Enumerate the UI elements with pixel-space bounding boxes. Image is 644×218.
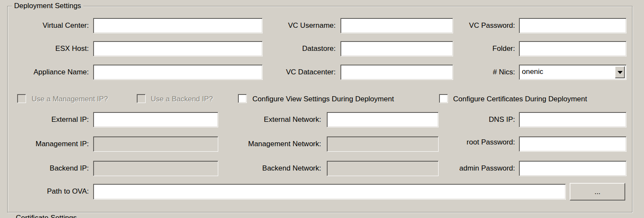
path-to-ova-input[interactable] [93, 184, 566, 200]
admin-password-label: admin Password: [427, 161, 515, 176]
root-password-input[interactable] [519, 136, 626, 152]
management-network-label: Management Network: [231, 136, 321, 152]
esx-host-input[interactable] [93, 41, 263, 56]
dns-ip-label: DNS IP: [427, 112, 515, 127]
vc-username-label: VC Username: [256, 18, 336, 33]
management-ip-label: Management IP: [13, 136, 89, 152]
management-ip-input [93, 136, 218, 152]
external-network-label: External Network: [231, 112, 321, 127]
path-to-ova-label: Path to OVA: [13, 184, 89, 199]
chevron-down-icon [618, 71, 623, 74]
backend-ip-input [93, 161, 218, 176]
appliance-name-label: Appliance Name: [13, 65, 89, 80]
root-password-label: root Password: [427, 135, 515, 150]
certificate-settings-title: Certificate Settings [14, 213, 79, 218]
datastore-label: Datastore: [256, 41, 336, 56]
appliance-name-input[interactable] [93, 65, 263, 80]
configure-view-settings-label: Configure View Settings During Deploymen… [252, 94, 394, 103]
backend-ip-label: Backend IP: [13, 161, 89, 176]
deployment-settings-groupbox [7, 6, 632, 212]
folder-label: Folder: [427, 41, 515, 56]
configure-certificates-checkbox[interactable] [439, 94, 448, 103]
deployment-settings-form: { "groupbox": { "title": "Deployment Set… [0, 0, 644, 218]
nics-dropdown[interactable]: onenic [519, 65, 626, 80]
nics-selected-value: onenic [522, 65, 543, 79]
backend-network-input [327, 161, 439, 176]
esx-host-label: ESX Host: [13, 41, 89, 56]
external-ip-input[interactable] [93, 112, 218, 127]
admin-password-input[interactable] [519, 161, 626, 176]
management-network-input [327, 136, 439, 152]
virtual-center-input[interactable] [93, 18, 263, 33]
nics-label: # Nics: [427, 65, 515, 80]
virtual-center-label: Virtual Center: [13, 18, 89, 33]
nics-dropdown-button[interactable] [615, 66, 625, 78]
backend-network-label: Backend Network: [231, 161, 321, 176]
dns-ip-input[interactable] [519, 112, 626, 127]
vc-password-input[interactable] [519, 18, 626, 33]
configure-certificates-label: Configure Certificates During Deployment [453, 94, 587, 103]
use-management-ip-checkbox [17, 94, 26, 103]
configure-view-settings-checkbox[interactable] [238, 94, 247, 103]
browse-ova-button[interactable]: ... [570, 183, 625, 200]
external-network-input[interactable] [327, 112, 439, 127]
external-ip-label: External IP: [13, 112, 89, 127]
use-management-ip-label: Use a Management IP? [32, 94, 108, 103]
folder-input[interactable] [519, 41, 626, 56]
groupbox-title: Deployment Settings [12, 1, 83, 10]
vc-password-label: VC Password: [427, 18, 515, 33]
use-backend-ip-label: Use a Backend IP? [151, 94, 213, 103]
vc-datacenter-label: VC Datacenter: [256, 65, 336, 80]
use-backend-ip-checkbox [137, 94, 146, 103]
